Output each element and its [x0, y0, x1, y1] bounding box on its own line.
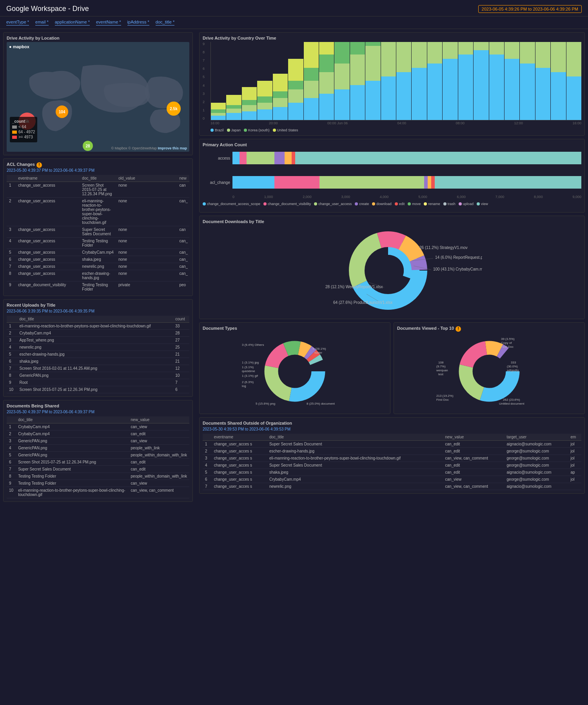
drive-activity-location-panel: Drive Activity by Location: [3, 32, 193, 155]
table-row: 8Testing Testing Folderpeople_within_dom…: [7, 473, 189, 480]
main-content: Drive Activity by Location: [0, 29, 588, 505]
table-row: 3GenericPAN.pngcan_view: [7, 438, 189, 445]
bar-group: [458, 42, 473, 120]
map-bubble-28: 28: [83, 141, 93, 151]
col-doctitle: doc_title: [80, 175, 116, 182]
svg-text:14 (6.0%) ReportRequest.png.ai: 14 (6.0%) ReportRequest.png.ai: [435, 255, 482, 260]
doc-types-svg: 3 (9.4%) Others 9 (28.1%) folder 1 (3.1%…: [240, 332, 350, 411]
docs-shared-table-wrapper[interactable]: doc_title new_value 1CrybabyCam.mp4can_v…: [7, 416, 189, 498]
svg-text:1 (3.1%) gif: 1 (3.1%) gif: [242, 374, 258, 378]
bar-segment: [211, 116, 226, 120]
mapbox-label: ● mapbox: [9, 44, 29, 49]
table-row: 9Testing Testing Foldercan_view: [7, 480, 189, 487]
left-column: Drive Activity by Location: [0, 29, 196, 505]
bar-group: [551, 42, 566, 120]
bar-segment: [396, 72, 411, 120]
bar-segment: [242, 111, 257, 120]
bar-segment: [242, 87, 257, 100]
svg-text:Untitled document: Untitled document: [499, 402, 524, 405]
bar-group: [226, 95, 241, 120]
table-row: 8GenericPAN.png10: [7, 372, 189, 379]
x-axis-labels: 16:0020:0000:00 Jun 0604:0008:0012:0016:…: [211, 120, 581, 126]
table-row: 5escher-drawing-hands.jpg21: [7, 351, 189, 358]
docs-shared-outside-timerange: 2023-05-30 4:39:53 PM to 2023-06-06 4:39…: [203, 427, 581, 431]
h-axis: 01,0002,0003,0004,0005,0006,0007,0008,00…: [203, 195, 581, 199]
docs-shared-outside-table-wrapper[interactable]: eventname doc_title new_value target_use…: [203, 434, 581, 490]
map-background: ● mapbox 5k 104 2.5k 28 _count < 64 64 -…: [7, 42, 189, 152]
bar-segment: [535, 42, 550, 68]
bar-segment: [412, 42, 426, 68]
col-doctitle: doc_title: [16, 416, 128, 423]
bar-segment: [381, 76, 396, 120]
recent-uploads-table-wrapper[interactable]: doc_title count 1eli-manning-reaction-to…: [7, 316, 189, 393]
map-bubble-104: 104: [56, 105, 68, 118]
docs-shared-outside-title: Documents Shared Outside of Organization: [203, 421, 581, 425]
bar-segment: [489, 42, 504, 55]
bar-group: [273, 74, 288, 120]
bar-segment: [334, 42, 349, 64]
svg-text:100 (43.1%) CrybabyCam.mp4: 100 (43.1%) CrybabyCam.mp4: [433, 267, 482, 271]
acl-changes-table: eventname doc_title old_value new 1chang…: [7, 175, 189, 293]
filter-eventname[interactable]: eventName *: [96, 20, 121, 25]
filter-appname[interactable]: applicationName *: [55, 20, 90, 25]
bar-segment: [257, 103, 272, 110]
bar-segment: [273, 74, 288, 91]
docs-shared-timerange: 2023-05-30 4:39:37 PM to 2023-06-06 4:39…: [7, 410, 189, 414]
table-row: 9change_document_visibilityTesting Testi…: [7, 282, 189, 293]
svg-text:213 (19.2%): 213 (19.2%): [436, 394, 454, 398]
svg-text:64 (27.6%) ProductLaunchV1.xls: 64 (27.6%) ProductLaunchV1.xlsx: [333, 300, 392, 305]
table-row: 10Screen Shot 2015-07-25 at 12.26.34 PM.…: [7, 386, 189, 393]
downloads-donut-container: 14 (6.0%) ReportRequest.png.ai 26 (11.2%…: [203, 225, 581, 316]
bar-segment: [304, 68, 319, 81]
doc-types-donut-container: 3 (9.4%) Others 9 (28.1%) folder 1 (3.1%…: [203, 332, 387, 411]
bar-group: [566, 42, 581, 120]
docs-viewed-donut-container: 39 (3.5%) Copy of First Doc 333 (30.0%) …: [397, 332, 581, 411]
table-row: 2change_user_accesseli-manning-reaction-…: [7, 198, 189, 226]
right-column: Drive Activity by Country Over Time 0123…: [196, 29, 588, 505]
svg-text:8 (25.0%) document: 8 (25.0%) document: [307, 402, 335, 405]
acl-changes-table-wrapper[interactable]: eventname doc_title old_value new 1chang…: [7, 175, 189, 293]
stacked-bar-chart: [211, 42, 581, 120]
bar-segment: [319, 72, 334, 94]
table-row: 2CrybabyCam.mp428: [7, 330, 189, 337]
recent-uploads-table: doc_title count 1eli-manning-reaction-to…: [7, 316, 189, 393]
table-row: 6Screen Shot 2015-07-25 at 12.26.34 PM.p…: [7, 459, 189, 466]
filter-email[interactable]: email *: [35, 20, 49, 25]
svg-text:First Doc: First Doc: [436, 398, 449, 402]
bar-segment: [535, 68, 550, 120]
svg-text:9 (28.1%): 9 (28.1%): [312, 347, 326, 351]
aclchange-label: acl_change: [203, 180, 230, 185]
filter-ipaddress[interactable]: ipAddress *: [127, 20, 149, 25]
docs-shared-outside-panel: Documents Shared Outside of Organization…: [199, 417, 585, 494]
filter-eventtype[interactable]: eventType *: [6, 20, 29, 25]
bar-group: [505, 42, 519, 120]
bar-segment: [412, 68, 426, 120]
bar-segment: [350, 55, 365, 85]
table-row: 7Super Secret Sales Documentcan_edit: [7, 466, 189, 473]
bar-group: [427, 42, 442, 120]
svg-text:28 (12.1%) WeeklyReportV1.xlsx: 28 (12.1%) WeeklyReportV1.xlsx: [325, 285, 383, 289]
bar-segment: [350, 42, 365, 55]
col-count: count: [173, 316, 189, 323]
bar-group: [242, 87, 257, 120]
svg-text:log: log: [242, 384, 246, 388]
recent-uploads-title: Recent Uploads by Title: [7, 303, 189, 307]
doc-types-title: Document Types: [203, 326, 387, 331]
bar-segment: [211, 113, 226, 116]
col-eventname: eventname: [16, 175, 80, 182]
bar-segment: [365, 46, 380, 81]
table-row: 3change_user_acces seli-manning-reaction…: [203, 455, 581, 462]
bar-group: [257, 81, 272, 120]
recent-uploads-panel: Recent Uploads by Title 2023-06-06 3:39:…: [3, 299, 193, 397]
table-row: 7Screen Shot 2016-02-01 at 11.44.25 AM.p…: [7, 365, 189, 372]
svg-text:sdfgsdfg: sdfgsdfg: [507, 369, 519, 372]
table-row: 4change_user_acces sSuper Secret Sales D…: [203, 462, 581, 469]
filter-doctitle[interactable]: doc_title *: [156, 20, 174, 25]
svg-text:quicktime: quicktime: [242, 369, 255, 373]
col-num: [203, 434, 212, 441]
bar-group: [319, 42, 334, 120]
drive-activity-country-panel: Drive Activity by Country Over Time 0123…: [199, 32, 585, 136]
bar-group: [412, 42, 426, 120]
bar-segment: [427, 64, 442, 120]
svg-point-35: [478, 360, 500, 382]
